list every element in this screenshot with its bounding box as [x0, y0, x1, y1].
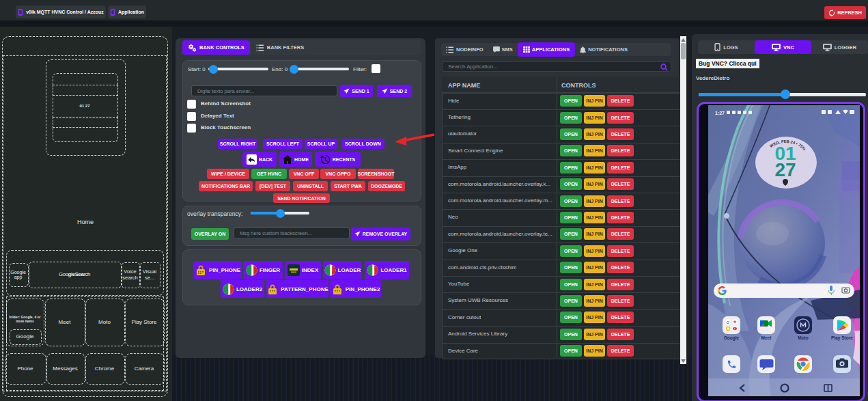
svg-text:G: G — [727, 320, 730, 324]
svg-text:Moto: Moto — [798, 335, 809, 340]
svg-text:Play Store: Play Store — [831, 335, 853, 341]
svg-text:1:27: 1:27 — [715, 111, 725, 115]
svg-text:Google: Google — [724, 335, 740, 341]
svg-text:27: 27 — [774, 159, 796, 180]
svg-text:Meet: Meet — [761, 335, 772, 340]
